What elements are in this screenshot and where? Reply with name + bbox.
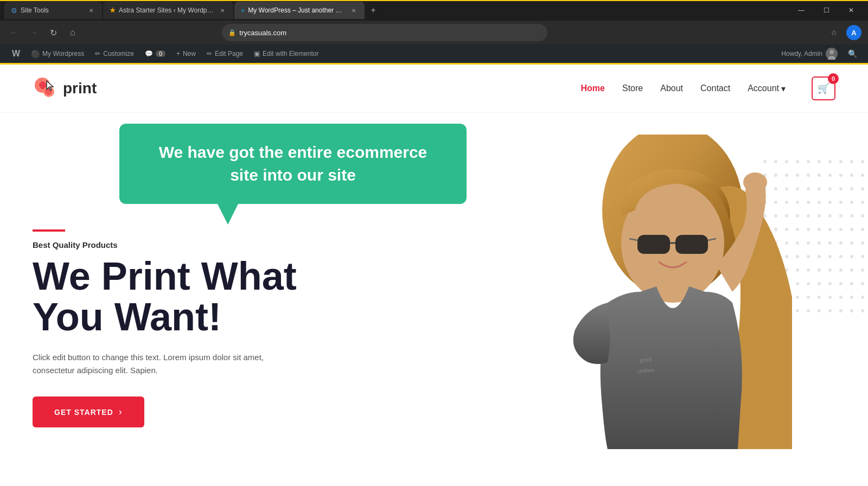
tab-favicon-site-tools: ⚙ bbox=[11, 7, 17, 15]
svg-point-61 bbox=[828, 228, 832, 231]
svg-point-122 bbox=[839, 309, 843, 312]
logo-text: print bbox=[63, 80, 97, 97]
wp-admin-right: Howdy, Admin 🔍 bbox=[776, 44, 861, 63]
edit-elementor-label: Edit with Elementor bbox=[263, 50, 318, 57]
edit-page-label: Edit Page bbox=[215, 50, 243, 57]
svg-point-62 bbox=[839, 228, 843, 231]
wp-logo-item[interactable]: W bbox=[7, 44, 25, 63]
back-button[interactable]: ← bbox=[7, 25, 22, 40]
svg-point-41 bbox=[828, 201, 832, 204]
svg-point-22 bbox=[839, 174, 843, 177]
svg-point-123 bbox=[850, 309, 853, 312]
site-nav: Home Store About Contact Account ▾ 🛒 0 bbox=[581, 76, 835, 100]
maximize-button[interactable]: ☐ bbox=[814, 0, 839, 21]
minimize-button[interactable]: — bbox=[789, 0, 814, 21]
svg-point-83 bbox=[850, 255, 853, 258]
svg-point-101 bbox=[828, 282, 832, 285]
customize-icon: ✏ bbox=[95, 50, 100, 57]
svg-point-51 bbox=[828, 214, 832, 218]
svg-point-54 bbox=[861, 214, 864, 218]
my-wordpress-item[interactable]: ⚫ My Wordpress bbox=[25, 44, 90, 63]
svg-point-43 bbox=[850, 201, 853, 204]
cta-arrow-icon: › bbox=[119, 406, 123, 418]
hero-title-line1: We Print What bbox=[33, 254, 297, 298]
svg-point-93 bbox=[850, 268, 853, 272]
close-button[interactable]: ✕ bbox=[839, 0, 864, 21]
svg-point-114 bbox=[861, 296, 864, 299]
edit-page-item[interactable]: ✏ Edit Page bbox=[201, 44, 248, 63]
get-started-button[interactable]: GET STARTED › bbox=[33, 397, 144, 427]
customize-label: Customize bbox=[103, 50, 134, 57]
wp-search-icon[interactable]: 🔍 bbox=[843, 44, 861, 63]
svg-point-52 bbox=[839, 214, 843, 218]
svg-point-12 bbox=[839, 160, 843, 163]
account-label: Account bbox=[748, 84, 779, 93]
tab-title-wordpress: My WordPress – Just another W... bbox=[248, 7, 346, 14]
svg-rect-129 bbox=[675, 235, 708, 254]
bookmark-icon[interactable]: ☆ bbox=[827, 25, 842, 40]
svg-point-23 bbox=[850, 174, 853, 177]
tab-close-site-tools[interactable]: ✕ bbox=[87, 6, 95, 15]
svg-point-21 bbox=[828, 174, 832, 177]
nav-home[interactable]: Home bbox=[581, 84, 605, 93]
svg-text:print: print bbox=[639, 356, 652, 363]
home-button[interactable]: ⌂ bbox=[65, 25, 80, 40]
elementor-icon: ▣ bbox=[254, 50, 260, 57]
tab-close-wordpress[interactable]: ✕ bbox=[349, 6, 358, 15]
nav-about[interactable]: About bbox=[660, 84, 683, 93]
cart-button[interactable]: 🛒 0 bbox=[812, 76, 835, 100]
edit-elementor-item[interactable]: ▣ Edit with Elementor bbox=[248, 44, 324, 63]
wordpress-icon: ⚫ bbox=[31, 50, 40, 58]
tab-favicon-wordpress: ● bbox=[241, 7, 245, 14]
hero-title: We Print What You Want! bbox=[33, 256, 297, 338]
nav-contact[interactable]: Contact bbox=[700, 84, 730, 93]
tab-close-astra[interactable]: ✕ bbox=[218, 6, 227, 15]
tab-title-site-tools: Site Tools bbox=[21, 7, 84, 14]
customize-item[interactable]: ✏ Customize bbox=[90, 44, 139, 63]
hero-description: Click edit button to change this text. L… bbox=[33, 351, 282, 377]
speech-bubble: We have got the entire ecommerce site in… bbox=[119, 124, 467, 204]
howdy-item[interactable]: Howdy, Admin bbox=[776, 44, 843, 63]
tab-wordpress[interactable]: ● My WordPress – Just another W... ✕ bbox=[234, 2, 365, 19]
svg-point-113 bbox=[850, 296, 853, 299]
new-tab-button[interactable]: + bbox=[366, 3, 381, 18]
forward-button[interactable]: → bbox=[26, 25, 41, 40]
svg-point-24 bbox=[861, 174, 864, 177]
refresh-button[interactable]: ↻ bbox=[46, 25, 61, 40]
hero-subtitle: Best Quality Products bbox=[33, 240, 297, 250]
tab-title-astra: Astra Starter Sites ‹ My Wordpre... bbox=[119, 7, 215, 14]
hero-title-line2: You Want! bbox=[33, 295, 221, 338]
cta-label: GET STARTED bbox=[54, 408, 113, 417]
svg-point-34 bbox=[861, 187, 864, 190]
svg-point-130 bbox=[743, 172, 767, 192]
address-bar: ← → ↻ ⌂ 🔒 trycasuals.com ☆ A bbox=[0, 21, 868, 44]
url-text: trycasuals.com bbox=[239, 29, 286, 37]
comments-icon: 💬 bbox=[145, 50, 153, 57]
site-logo[interactable]: print bbox=[33, 75, 97, 101]
new-item[interactable]: + New bbox=[171, 44, 201, 63]
svg-point-73 bbox=[850, 241, 853, 245]
new-label: New bbox=[183, 50, 196, 57]
svg-point-63 bbox=[850, 228, 853, 231]
comments-item[interactable]: 💬 0 bbox=[139, 44, 171, 63]
svg-point-33 bbox=[850, 187, 853, 190]
nav-account[interactable]: Account ▾ bbox=[748, 84, 786, 94]
svg-point-121 bbox=[828, 309, 832, 312]
profile-button[interactable]: A bbox=[846, 25, 861, 40]
speech-bubble-text: We have got the entire ecommerce site in… bbox=[145, 141, 441, 187]
svg-point-111 bbox=[828, 296, 832, 299]
address-right-icons: ☆ A bbox=[827, 25, 861, 40]
browser-chrome: ⚙ Site Tools ✕ ★ Astra Starter Sites ‹ M… bbox=[0, 0, 868, 44]
svg-point-91 bbox=[828, 268, 832, 272]
tab-astra[interactable]: ★ Astra Starter Sites ‹ My Wordpre... ✕ bbox=[103, 2, 233, 19]
url-bar[interactable]: 🔒 trycasuals.com bbox=[222, 24, 547, 41]
svg-point-42 bbox=[839, 201, 843, 204]
site-wrapper: print Home Store About Contact Account ▾… bbox=[0, 65, 868, 449]
nav-store[interactable]: Store bbox=[622, 84, 643, 93]
tab-bar: ⚙ Site Tools ✕ ★ Astra Starter Sites ‹ M… bbox=[0, 0, 868, 21]
svg-point-14 bbox=[861, 160, 864, 163]
svg-point-112 bbox=[839, 296, 843, 299]
tab-site-tools[interactable]: ⚙ Site Tools ✕ bbox=[4, 2, 102, 19]
svg-point-31 bbox=[828, 187, 832, 190]
svg-rect-128 bbox=[637, 235, 670, 254]
